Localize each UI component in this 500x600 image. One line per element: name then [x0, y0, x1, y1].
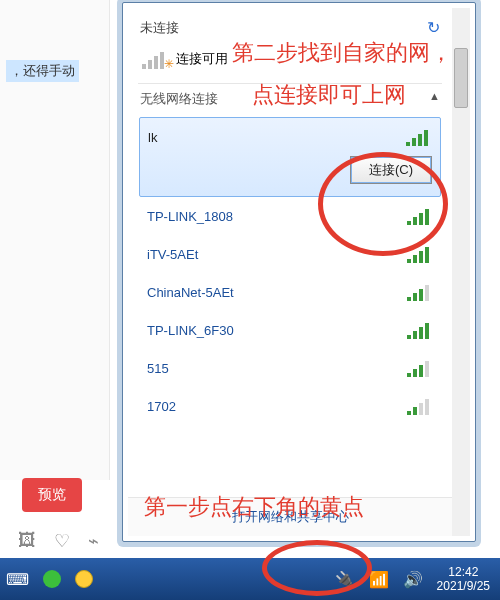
clock-date: 2021/9/25: [437, 579, 490, 593]
network-tray-icon[interactable]: 📶: [369, 570, 389, 589]
wireless-section-header[interactable]: 无线网络连接 ▲: [138, 83, 442, 116]
network-item-1702[interactable]: 1702: [139, 387, 441, 425]
pulse-icon[interactable]: ⌁: [88, 530, 99, 552]
signal-bars-icon: [407, 359, 433, 377]
preview-button-label: 预览: [38, 486, 66, 502]
volume-icon[interactable]: 🔊: [403, 570, 423, 589]
power-icon[interactable]: 🔌: [335, 570, 355, 589]
network-item-TP-LINK_6F30[interactable]: TP-LINK_6F30: [139, 311, 441, 349]
taskbar-clock[interactable]: 12:42 2021/9/25: [437, 565, 494, 593]
chevron-up-icon: ▲: [429, 90, 440, 108]
clock-time: 12:42: [437, 565, 490, 579]
preview-button[interactable]: 预览: [22, 478, 82, 512]
network-name: 1702: [147, 399, 176, 414]
network-item-TP-LINK_1808[interactable]: TP-LINK_1808: [139, 197, 441, 235]
flyout-scrollbar[interactable]: [452, 8, 470, 536]
network-name: 515: [147, 361, 169, 376]
system-tray: 🔌 📶 🔊 12:42 2021/9/25: [335, 565, 494, 593]
editor-left-pane: ，还得手动: [0, 0, 110, 480]
network-item-515[interactable]: 515: [139, 349, 441, 387]
network-name: TP-LINK_1808: [147, 209, 233, 224]
keyboard-icon[interactable]: ⌨: [6, 570, 29, 589]
signal-bars-icon: [407, 321, 433, 339]
connections-available-label: 连接可用: [176, 50, 228, 68]
signal-bars-icon: [406, 128, 432, 146]
taskbar: ⌨ 🔌 📶 🔊 12:42 2021/9/25: [0, 558, 500, 600]
network-name: iTV-5AEt: [147, 247, 198, 262]
signal-bars-icon: [407, 245, 433, 263]
open-network-center-label: 打开网络和共享中心: [232, 509, 349, 524]
connect-button[interactable]: 连接(C): [350, 156, 432, 184]
connections-available-row: ✳ 连接可用: [138, 41, 442, 83]
network-item-iTV-5AEt[interactable]: iTV-5AEt: [139, 235, 441, 273]
scrollbar-thumb[interactable]: [454, 48, 468, 108]
network-name: ChinaNet-5AEt: [147, 285, 234, 300]
network-item-ChinaNet-5AEt[interactable]: ChinaNet-5AEt: [139, 273, 441, 311]
network-list: lk连接(C)TP-LINK_1808iTV-5AEtChinaNet-5AEt…: [138, 116, 442, 426]
signal-bars-icon: [407, 283, 433, 301]
wireless-section-label: 无线网络连接: [140, 90, 218, 108]
signal-bars-icon: [407, 207, 433, 225]
image-icon[interactable]: 🖼: [18, 530, 36, 552]
plus-circle-icon[interactable]: [75, 570, 93, 588]
heart-icon[interactable]: ♡: [54, 530, 70, 552]
network-item-lk[interactable]: lk连接(C): [139, 117, 441, 197]
sun-overlay-icon: ✳: [164, 57, 174, 71]
network-flyout: 未连接 ↻ ✳ 连接可用 无线网络连接 ▲ lk连接(C)TP-LINK_180…: [122, 2, 476, 542]
open-network-center-link[interactable]: 打开网络和共享中心: [128, 497, 452, 536]
editor-bottom-toolbar: 🖼 ♡ ⌁: [18, 530, 99, 552]
refresh-icon[interactable]: ↻: [427, 18, 440, 37]
network-name: lk: [148, 130, 157, 145]
signal-bars-icon: [407, 397, 433, 415]
wechat-icon[interactable]: [43, 570, 61, 588]
flyout-header: 未连接: [140, 19, 179, 37]
network-name: TP-LINK_6F30: [147, 323, 234, 338]
editor-selected-text: ，还得手动: [6, 60, 79, 82]
signal-icon: ✳: [142, 49, 168, 69]
